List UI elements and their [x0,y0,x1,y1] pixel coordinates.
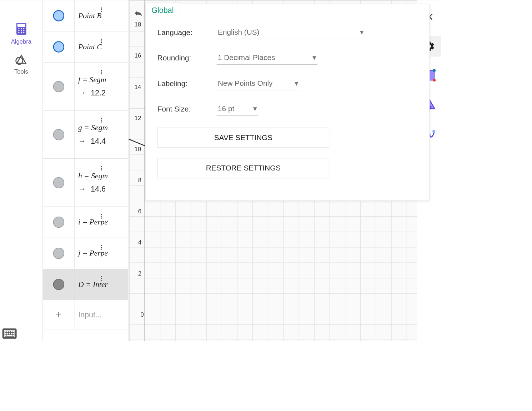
axis-tick: 12 [135,115,141,122]
algebra-row[interactable]: D = Inter [43,269,129,300]
settings-panel: Global Language: English (US) ▾ Rounding… [145,4,430,201]
algebra-row[interactable]: Point B [43,0,129,31]
settings-tab-global[interactable]: Global [145,3,180,18]
chevron-down-icon: ▾ [312,53,316,62]
algebra-input[interactable]: Input... [75,300,128,330]
svg-point-17 [433,79,436,82]
visibility-toggle[interactable] [43,0,75,31]
value: 14.6 [91,184,106,194]
svg-point-3 [21,28,22,30]
fontsize-label: Font Size: [157,105,208,113]
nav-tools[interactable]: Tools [0,49,42,79]
visibility-toggle[interactable] [43,111,75,159]
chevron-down-icon: ▾ [253,104,257,113]
svg-point-7 [23,30,24,31]
axis-tick: 16 [135,52,141,59]
axis-tick: 0 [140,311,144,318]
kebab-icon[interactable] [101,8,102,12]
svg-point-21 [432,130,435,133]
labeling-select[interactable]: New Points Only ▾ [217,76,300,90]
kebab-icon[interactable] [101,39,102,43]
chevron-down-icon: ▾ [295,79,298,88]
fontsize-select[interactable]: 16 pt ▾ [217,102,258,116]
rounding-label: Rounding: [157,54,208,62]
svg-point-2 [18,28,20,30]
svg-point-6 [21,30,22,31]
graph-area[interactable]: 18 16 14 12 10 8 6 4 2 0 Global Language… [129,0,417,341]
calculator-icon [15,22,27,35]
algebra-input-row[interactable]: + Input... [43,300,129,330]
chevron-down-icon: ▾ [360,28,364,36]
left-nav: Algebra Tools [0,0,43,341]
algebra-panel: Point B Point C f = Segm →12.2 g = Segm [43,0,129,341]
nav-algebra-label: Algebra [11,38,31,45]
axis-tick: 6 [138,208,141,215]
kebab-icon[interactable] [101,214,102,218]
algebra-row[interactable]: f = Segm →12.2 [43,63,129,110]
kebab-icon[interactable] [101,245,102,250]
formula: Point B [78,11,125,20]
keyboard-button[interactable] [2,328,17,339]
formula: j = Perpe [78,249,125,258]
visibility-toggle[interactable] [43,31,75,62]
formula: h = Segm [78,172,125,180]
visibility-toggle[interactable] [43,159,75,207]
nav-tools-label: Tools [14,68,28,75]
svg-point-8 [18,32,20,34]
svg-point-9 [21,32,22,34]
formula: i = Perpe [78,218,125,227]
axis-tick: 14 [135,84,141,90]
labeling-label: Labeling: [157,79,208,88]
algebra-row[interactable]: j = Perpe [43,238,129,269]
plus-icon[interactable]: + [43,300,75,330]
svg-line-12 [129,139,145,145]
svg-point-10 [23,32,24,34]
formula: f = Segm [78,75,125,84]
svg-point-15 [433,69,436,72]
keyboard-icon [4,330,15,337]
algebra-row[interactable]: h = Segm →14.6 [43,159,129,207]
formula: Point C [78,43,125,51]
shapes-icon [15,53,27,65]
svg-point-4 [23,28,24,30]
undo-icon[interactable] [133,10,143,17]
algebra-row[interactable]: Point C [43,31,129,63]
value: 14.4 [91,137,106,146]
algebra-row[interactable]: i = Perpe [43,207,129,238]
svg-point-5 [18,30,20,31]
kebab-icon[interactable] [101,70,102,74]
kebab-icon[interactable] [101,276,102,281]
nav-algebra[interactable]: Algebra [0,18,42,49]
formula: g = Segm [78,123,125,132]
rounding-select[interactable]: 1 Decimal Places ▾ [217,51,317,65]
formula: D = Inter [78,280,125,289]
save-settings-button[interactable]: SAVE SETTINGS [157,128,329,148]
language-select[interactable]: English (US) ▾ [217,25,365,39]
axis-tick: 4 [138,239,141,246]
svg-rect-1 [17,24,25,27]
axis-tick: 8 [138,177,141,184]
visibility-toggle[interactable] [43,269,75,300]
axis-tick: 2 [138,271,141,277]
visibility-toggle[interactable] [43,238,75,269]
visibility-toggle[interactable] [43,63,75,110]
restore-settings-button[interactable]: RESTORE SETTINGS [157,158,329,178]
kebab-icon[interactable] [101,118,102,123]
visibility-toggle[interactable] [43,207,75,238]
value: 12.2 [91,88,106,98]
algebra-row[interactable]: g = Segm →14.4 [43,111,129,159]
axis-tick: 18 [135,21,141,28]
language-label: Language: [157,28,208,36]
kebab-icon[interactable] [101,166,102,170]
